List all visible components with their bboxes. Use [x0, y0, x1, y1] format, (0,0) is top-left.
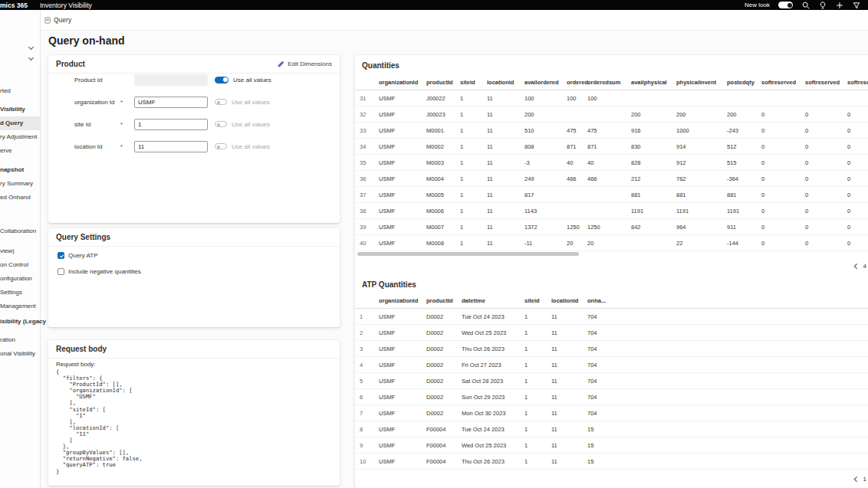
sidebar-item[interactable]: onal Visibility — [0, 347, 40, 361]
prev-page-icon[interactable] — [854, 477, 859, 481]
table-row[interactable]: 9USMFF00004Wed Oct 25 202311115 — [355, 437, 868, 454]
use-all-values-toggle[interactable] — [215, 77, 229, 84]
table-row[interactable]: 40USMFM0008111-11202022-144000 — [355, 235, 868, 251]
table-row[interactable]: 33USMFM00011115104754759161000-243000 — [355, 123, 868, 139]
table-header-row: organizationIdproductIdsiteidlocationida… — [355, 75, 868, 90]
table-cell: 704 — [587, 309, 633, 324]
app-name[interactable]: Inventory Visibility — [40, 2, 92, 9]
column-header[interactable]: productId — [426, 293, 462, 308]
include-negative-option[interactable]: Include negative quantities — [58, 266, 340, 277]
sidebar-item[interactable]: Management — [0, 300, 40, 313]
query-atp-option[interactable]: Query ATP — [58, 250, 340, 260]
table-row[interactable]: 3USMFD0002Thu Oct 26 2023111704 — [355, 341, 868, 357]
sidebar-item[interactable]: napshot — [0, 163, 40, 177]
sidebar-item[interactable]: Collaboration — [0, 224, 40, 238]
table-row[interactable]: 6USMFD0002Sun Oct 29 2023111704 — [355, 389, 868, 405]
column-header[interactable] — [355, 75, 379, 90]
location-id-field-row: location Id * Use all values — [74, 140, 340, 152]
organization-id-input[interactable] — [134, 97, 208, 108]
column-header[interactable]: orderedsum — [587, 75, 631, 90]
table-cell: 475 — [587, 123, 631, 138]
search-icon[interactable] — [801, 1, 810, 9]
sidebar-item[interactable]: Visibility — [0, 103, 40, 116]
dynamics-365-brand[interactable]: mics 365 — [0, 2, 28, 9]
sidebar-item[interactable]: ry Summary — [0, 177, 40, 191]
table-cell: Fri Oct 27 2023 — [462, 357, 524, 372]
sidebar-item[interactable]: rted — [0, 84, 40, 98]
table-cell: 200 — [676, 106, 727, 122]
table-row[interactable]: 35USMFM0003111-34040828912515000 — [355, 155, 868, 171]
column-header[interactable]: softreserved — [761, 75, 805, 90]
column-header[interactable]: postedqty — [727, 75, 761, 90]
table-row[interactable]: 4USMFD0002Fri Oct 27 2023111704 — [355, 357, 868, 373]
table-cell: 39 — [355, 219, 379, 234]
column-header[interactable]: organizationId — [379, 293, 426, 308]
include-negative-checkbox[interactable] — [58, 268, 64, 275]
edit-dimensions-button[interactable]: Edit Dimensions — [278, 61, 332, 67]
column-header[interactable]: availordered — [524, 75, 567, 90]
sidebar-item[interactable]: d Query — [0, 116, 40, 130]
column-header[interactable]: siteid — [524, 293, 551, 308]
sidebar-item[interactable]: on Control — [0, 258, 40, 272]
table-row[interactable]: 1USMFD0002Tue Oct 24 2023111704 — [355, 309, 868, 325]
prev-page-icon[interactable] — [854, 264, 859, 268]
scrollbar-thumb[interactable] — [357, 252, 579, 256]
sidebar-item[interactable]: erve — [0, 144, 40, 158]
sidebar-item[interactable]: onfiguration — [0, 272, 40, 286]
table-row[interactable]: 5USMFD0002Sat Oct 28 2023111704 — [355, 373, 868, 389]
filter-icon[interactable] — [852, 1, 860, 9]
table-row[interactable]: 31USMFJ00022111100100100 — [355, 90, 868, 106]
use-all-values-toggle-disabled[interactable] — [215, 143, 227, 149]
table-cell: 0 — [847, 203, 868, 218]
table-row[interactable]: 38USMFM00061111143119111911191000 — [355, 203, 868, 219]
query-atp-checkbox[interactable] — [58, 252, 64, 259]
table-row[interactable]: 2USMFD0002Wed Oct 25 2023111704 — [355, 325, 868, 341]
sidebar-item[interactable]: Settings — [0, 286, 40, 300]
column-header[interactable]: datetime — [462, 293, 524, 308]
tab-query[interactable]: Query — [44, 16, 71, 24]
table-cell: 1 — [460, 155, 487, 170]
column-header[interactable]: softreserved — [805, 75, 847, 90]
chevron-down-icon[interactable] — [28, 44, 34, 50]
product-id-input[interactable] — [134, 74, 208, 86]
column-header[interactable]: productId — [426, 75, 460, 90]
column-header[interactable]: onha... — [587, 293, 633, 308]
location-id-input[interactable] — [134, 141, 208, 152]
table-row[interactable]: 32USMFJ00023111200200200200000 — [355, 106, 868, 123]
sidebar-item[interactable]: ed Onhand — [0, 191, 40, 205]
column-header[interactable]: availphysical — [631, 75, 676, 90]
table-cell: 1191 — [727, 203, 761, 218]
table-cell: 0 — [805, 203, 847, 218]
site-id-input[interactable] — [134, 119, 208, 130]
table-row[interactable]: 34USMFM0002111808871871830914512000 — [355, 139, 868, 155]
chevron-down-icon[interactable] — [28, 55, 34, 61]
sidebar-item[interactable]: ration — [0, 333, 40, 347]
column-header[interactable]: siteid — [460, 75, 487, 90]
add-icon[interactable] — [835, 1, 843, 9]
table-cell: 704 — [587, 325, 633, 340]
table-cell: 11 — [551, 357, 587, 372]
sidebar-item[interactable]: ry Adjustment — [0, 130, 40, 144]
column-header[interactable]: locationid — [487, 75, 524, 90]
table-row[interactable]: 37USMFM0005111817881881881000 — [355, 187, 868, 203]
column-header[interactable]: locationid — [551, 293, 587, 308]
column-header[interactable]: softreserved — [847, 75, 868, 90]
sidebar-item[interactable]: isibility (Legacy — [0, 315, 40, 329]
table-row[interactable]: 7USMFD0002Mon Oct 30 2023111704 — [355, 405, 868, 421]
table-row[interactable]: 8USMFF00004Tue Oct 24 202311115 — [355, 421, 868, 437]
column-header[interactable] — [355, 293, 379, 308]
lightbulb-icon[interactable] — [818, 1, 827, 9]
column-header[interactable]: ordered — [567, 75, 587, 90]
column-header[interactable]: organizationId — [379, 75, 426, 90]
new-look-toggle[interactable] — [778, 2, 793, 8]
table-cell: 32 — [355, 106, 379, 122]
column-header[interactable]: physicalinvent — [676, 75, 727, 90]
table-cell: 2 — [355, 325, 379, 340]
table-row[interactable]: 36USMFM0004111249466466212762-364000 — [355, 171, 868, 187]
table-row[interactable]: 10USMFF00004Thu Oct 26 202311115 — [355, 454, 868, 470]
use-all-values-toggle-disabled[interactable] — [215, 99, 227, 105]
sidebar-item[interactable]: view) — [0, 244, 40, 258]
use-all-values-toggle-disabled[interactable] — [215, 121, 227, 127]
table-row[interactable]: 39USMFM0007111137212501250842964911000 — [355, 219, 868, 235]
table-cell: 1 — [524, 325, 551, 340]
